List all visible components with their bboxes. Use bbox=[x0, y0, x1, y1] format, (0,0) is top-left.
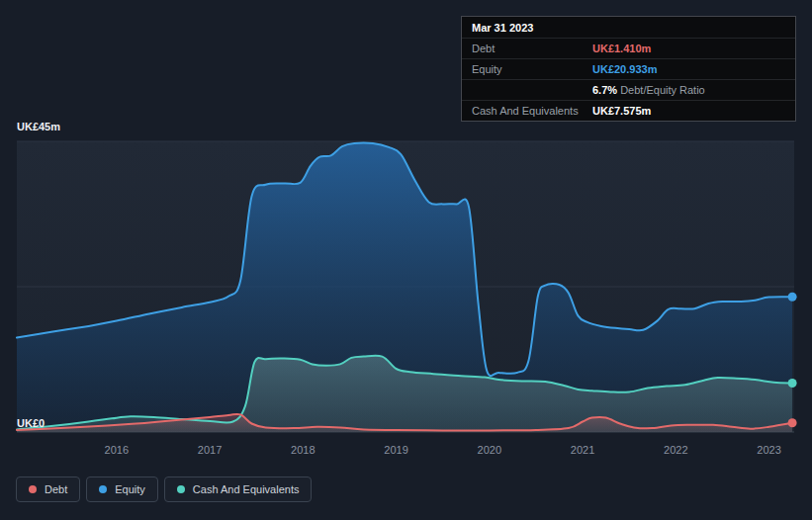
cash-and-equivalents-end-dot bbox=[788, 379, 797, 388]
legend-item-debt[interactable]: Debt bbox=[16, 477, 80, 502]
tooltip-row-debt: Debt UK£1.410m bbox=[462, 39, 795, 59]
tooltip-equity-label: Equity bbox=[472, 63, 592, 75]
tooltip-ratio-value: 6.7% Debt/Equity Ratio bbox=[592, 84, 705, 96]
debt-dot-icon bbox=[29, 485, 37, 493]
tooltip-debt-label: Debt bbox=[472, 43, 592, 54]
tooltip-row-equity: Equity UK£20.933m bbox=[462, 59, 795, 80]
debt-end-dot bbox=[788, 418, 797, 427]
legend-cash-label: Cash And Equivalents bbox=[193, 483, 300, 495]
equity-dot-icon bbox=[99, 485, 107, 493]
legend-debt-label: Debt bbox=[45, 483, 67, 495]
legend-equity-label: Equity bbox=[115, 483, 145, 495]
legend-item-equity[interactable]: Equity bbox=[86, 477, 158, 502]
tooltip-equity-value: UK£20.933m bbox=[592, 63, 657, 75]
y-axis-zero-label: UK£0 bbox=[17, 417, 45, 429]
cash-dot-icon bbox=[177, 485, 185, 493]
equity-end-dot bbox=[788, 293, 797, 302]
chart-legend: Debt Equity Cash And Equivalents bbox=[16, 477, 312, 502]
tooltip-cash-value: UK£7.575m bbox=[592, 105, 651, 117]
tooltip-row-ratio: 6.7% Debt/Equity Ratio bbox=[462, 80, 795, 101]
tooltip-date: Mar 31 2023 bbox=[462, 17, 795, 39]
tooltip-row-cash: Cash And Equivalents UK£7.575m bbox=[462, 101, 795, 121]
legend-item-cash[interactable]: Cash And Equivalents bbox=[164, 477, 313, 502]
y-axis-max-label: UK£45m bbox=[17, 121, 60, 132]
tooltip-cash-label: Cash And Equivalents bbox=[472, 105, 592, 117]
ratio-caption: Debt/Equity Ratio bbox=[620, 84, 705, 96]
tooltip-debt-value: UK£1.410m bbox=[592, 43, 651, 54]
ratio-percent: 6.7% bbox=[592, 84, 617, 96]
chart-tooltip: Mar 31 2023 Debt UK£1.410m Equity UK£20.… bbox=[461, 16, 796, 122]
